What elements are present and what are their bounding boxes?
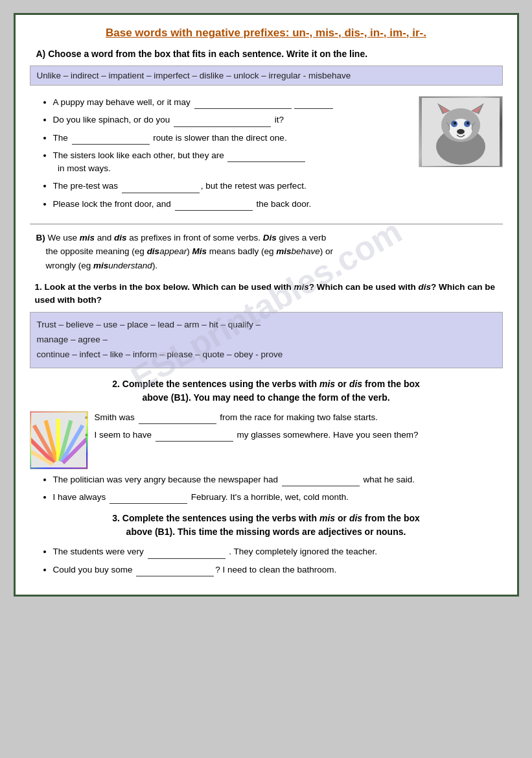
sub-question-1: 1. Look at the verbs in the box below. W… (35, 281, 503, 307)
blank (227, 152, 305, 162)
list-item: Could you buy some ? I need to clean the… (53, 563, 503, 576)
blank (175, 200, 253, 211)
blank (136, 566, 214, 576)
svg-point-11 (467, 122, 469, 124)
word-box: Unlike – indirect – impatient – imperfec… (30, 65, 503, 86)
husky-svg (422, 98, 500, 166)
blank (156, 431, 233, 442)
svg-rect-16 (56, 419, 60, 461)
blank (174, 117, 271, 127)
list-item: I seem to have my glasses somewhere. Hav… (53, 429, 503, 442)
section-3-bullets: The students were very . They completely… (30, 545, 503, 576)
page-title: Base words with negative prefixes: un-, … (30, 27, 503, 40)
list-item: Smith was from the race for making two f… (53, 411, 503, 424)
page: ESLprintables.com Base words with negati… (14, 13, 519, 597)
verb-box: Trust – believe – use – place – lead – a… (30, 312, 503, 368)
section-2-bullets-extra: The politician was very angry because th… (30, 473, 503, 504)
section-a-content: A puppy may behave well, or it may Do yo… (30, 96, 503, 217)
blank (110, 493, 187, 504)
divider (30, 224, 503, 224)
list-item: The pre-test was , but the retest was pe… (53, 180, 503, 193)
blank (282, 476, 360, 486)
blank (122, 183, 200, 193)
blank (72, 134, 150, 145)
svg-point-9 (454, 122, 456, 124)
blank (294, 99, 333, 109)
section-a-heading: A) Choose a word from the box that fits … (36, 49, 503, 59)
blank (194, 99, 292, 109)
section-b-intro: B) We use mis and dis as prefixes in fro… (36, 231, 503, 273)
list-item: The students were very . They completely… (53, 545, 503, 558)
blank (148, 549, 226, 559)
pencils-image (30, 411, 88, 469)
section-3-heading: 3. Complete the sentences using the verb… (30, 512, 503, 539)
blank (139, 414, 216, 424)
section-2-content: Smith was from the race for making two f… (30, 411, 503, 473)
list-item: The politician was very angry because th… (53, 473, 503, 486)
svg-point-12 (457, 129, 465, 134)
section-2-bullets: Smith was from the race for making two f… (30, 411, 503, 442)
section-2-heading: 2. Complete the sentences using the verb… (30, 377, 503, 405)
list-item: Please lock the front door, and the back… (53, 198, 503, 211)
husky-image (419, 96, 503, 167)
list-item: I have always February. It's a horrible,… (53, 491, 503, 504)
pencils-svg (31, 412, 86, 468)
